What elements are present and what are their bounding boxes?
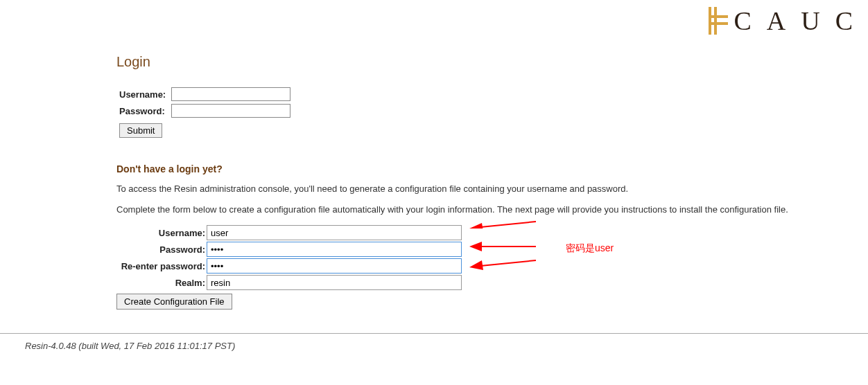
signup-desc-2: Complete the form below to create a conf… — [116, 204, 840, 216]
create-config-button[interactable]: Create Configuration File — [116, 294, 232, 310]
logo-bars-icon — [709, 7, 728, 35]
footer-version: Resin-4.0.48 (built Wed, 17 Feb 2016 11:… — [0, 338, 868, 365]
config-repassword-input[interactable] — [207, 258, 462, 274]
brand-logo: CAUC — [709, 6, 868, 36]
login-heading: Login — [116, 54, 840, 70]
svg-rect-0 — [709, 7, 711, 35]
login-form: Username: Password: Submit — [116, 85, 293, 140]
annotation-text: 密码是user — [566, 242, 614, 255]
config-username-label: Username: — [116, 224, 207, 241]
svg-rect-3 — [709, 22, 728, 25]
config-form: Username: Password: Re-enter password: R… — [116, 224, 462, 310]
svg-rect-2 — [709, 15, 728, 18]
login-password-label: Password: — [118, 103, 168, 118]
login-username-label: Username: — [118, 87, 168, 102]
submit-button[interactable]: Submit — [119, 123, 162, 138]
signup-heading: Don't have a login yet? — [116, 163, 840, 174]
login-password-input[interactable] — [171, 104, 290, 118]
config-realm-label: Realm: — [116, 274, 207, 291]
config-repassword-label: Re-enter password: — [116, 258, 207, 274]
footer-divider — [0, 333, 868, 334]
config-password-label: Password: — [116, 241, 207, 258]
config-realm-input[interactable] — [207, 275, 462, 290]
signup-desc-1: To access the Resin administration conso… — [116, 183, 840, 195]
logo-text: CAUC — [734, 6, 868, 36]
config-password-input[interactable] — [207, 242, 462, 257]
svg-rect-1 — [714, 7, 717, 35]
config-username-input[interactable] — [207, 225, 462, 240]
login-username-input[interactable] — [171, 87, 290, 101]
